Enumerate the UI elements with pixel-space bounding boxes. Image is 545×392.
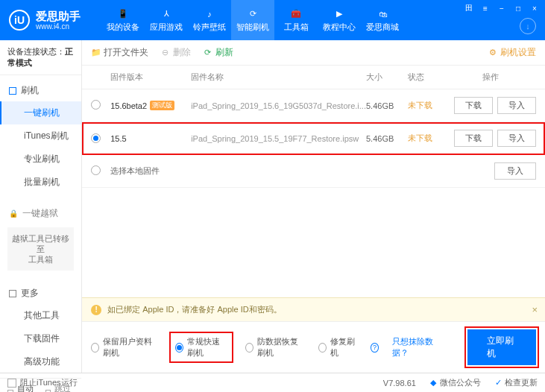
brand-name: 爱思助手 xyxy=(36,10,81,22)
group-more[interactable]: 更多 xyxy=(0,282,81,304)
radio[interactable] xyxy=(91,133,101,143)
delete-icon: ⊖ xyxy=(160,48,170,57)
import-button[interactable]: 导入 xyxy=(497,97,536,114)
wechat-link[interactable]: ◆ 微信公众号 xyxy=(429,377,481,388)
nav-flash[interactable]: ⟳智能刷机 xyxy=(231,0,274,40)
toolbox-icon: 🧰 xyxy=(290,8,302,20)
nav-label: 工具箱 xyxy=(284,22,309,33)
content: 📁打开文件夹 ⊖删除 ⟳刷新 ⚙刷机设置 固件版本 固件名称 大小 状态 操作 … xyxy=(82,40,545,373)
nav-label: 智能刷机 xyxy=(236,22,269,33)
help-icon[interactable]: ? xyxy=(371,343,379,353)
th-action: 操作 xyxy=(445,72,536,83)
row-size: 5.46GB xyxy=(366,134,408,143)
titlebar: iU 爱思助手 www.i4.cn 📱我的设备 ⅄应用游戏 ♪铃声壁纸 ⟳智能刷… xyxy=(0,0,545,40)
radio[interactable] xyxy=(91,100,101,110)
download-button[interactable]: 下载 xyxy=(454,97,493,114)
sidebar-item-download[interactable]: 下载固件 xyxy=(0,327,81,350)
opt-antirecover[interactable]: 防数据恢复刷机 xyxy=(245,336,305,358)
logo: iU 爱思助手 www.i4.cn xyxy=(9,10,81,31)
open-folder-button[interactable]: 📁打开文件夹 xyxy=(91,46,148,59)
nav-tutorial[interactable]: ▶教程中心 xyxy=(318,0,361,40)
th-name: 固件名称 xyxy=(191,72,366,83)
sidebar-item-batch[interactable]: 批量刷机 xyxy=(0,171,81,194)
opt-label: 保留用户资料刷机 xyxy=(103,336,157,358)
opt-normal-flash[interactable]: 常规快速刷机 xyxy=(171,333,232,361)
group-flash[interactable]: 刷机 xyxy=(0,80,81,101)
refresh-button[interactable]: ⟳刷新 xyxy=(203,46,233,59)
erase-link[interactable]: 只想抹除数据？ xyxy=(392,336,441,358)
folder-icon: 📁 xyxy=(91,48,101,57)
check-update-link[interactable]: ✓ 检查更新 xyxy=(494,377,538,388)
tool-label: 刷新 xyxy=(215,46,233,59)
brand-sub: www.i4.cn xyxy=(36,22,81,31)
flash-settings-button[interactable]: ⚙刷机设置 xyxy=(488,46,536,59)
flash-now-button[interactable]: 立即刷机 xyxy=(467,329,536,365)
tool-label: 刷机设置 xyxy=(500,46,536,59)
nav-toolbox[interactable]: 🧰工具箱 xyxy=(274,0,318,40)
download-manager-icon[interactable]: ↓ xyxy=(520,18,536,34)
info-icon: ! xyxy=(91,305,101,315)
sidebar-item-oneclick[interactable]: 一键刷机 xyxy=(0,101,81,124)
flash-icon: ⟳ xyxy=(247,8,259,20)
import-button[interactable]: 导入 xyxy=(497,130,536,147)
close-icon[interactable]: × xyxy=(529,3,541,13)
radio[interactable] xyxy=(91,165,101,175)
row-status: 未下载 xyxy=(408,100,445,111)
download-button[interactable]: 下载 xyxy=(454,130,493,147)
shop-icon: 🛍 xyxy=(377,8,388,20)
group-jailbreak[interactable]: 🔒一键越狱 xyxy=(0,203,81,224)
update-icon: ✓ xyxy=(494,379,503,387)
top-nav: 📱我的设备 ⅄应用游戏 ♪铃声壁纸 ⟳智能刷机 🧰工具箱 ▶教程中心 🛍爱思商城 xyxy=(101,0,404,40)
nav-shop[interactable]: 🛍爱思商城 xyxy=(361,0,404,40)
th-version: 固件版本 xyxy=(110,72,191,83)
opt-repair[interactable]: 修复刷机 xyxy=(318,336,357,358)
block-itunes-checkbox[interactable]: 阻止iTunes运行 xyxy=(7,377,78,388)
row-version: 15.6beta2 xyxy=(110,101,147,110)
row-filename: iPad_Spring_2019_15.5_19F77_Restore.ipsw xyxy=(191,134,366,143)
skin-icon[interactable]: 田 xyxy=(463,3,475,13)
alert-text: 如已绑定 Apple ID，请准备好 Apple ID和密码。 xyxy=(107,304,282,315)
row-version: 15.5 xyxy=(110,134,126,143)
logo-icon: iU xyxy=(9,10,30,31)
import-local-button[interactable]: 导入 xyxy=(494,162,536,180)
refresh-icon: ⟳ xyxy=(203,48,212,57)
flash-options: 保留用户资料刷机 常规快速刷机 防数据恢复刷机 修复刷机 ? 只想抹除数据？ 立… xyxy=(82,321,545,373)
sidebar-item-other[interactable]: 其他工具 xyxy=(0,304,81,327)
appleid-alert: ! 如已绑定 Apple ID，请准备好 Apple ID和密码。 × xyxy=(82,297,545,321)
music-icon: ♪ xyxy=(204,8,215,20)
toolbar: 📁打开文件夹 ⊖删除 ⟳刷新 ⚙刷机设置 xyxy=(82,40,545,66)
local-firmware-row[interactable]: 选择本地固件 导入 xyxy=(82,155,545,188)
update-label: 检查更新 xyxy=(505,378,538,387)
nav-label: 我的设备 xyxy=(107,22,139,33)
window-controls: 田 ≡ − □ × xyxy=(463,3,541,13)
nav-ringtone[interactable]: ♪铃声壁纸 xyxy=(188,0,231,40)
group-label: 刷机 xyxy=(21,84,39,97)
nav-my-device[interactable]: 📱我的设备 xyxy=(101,0,145,40)
firmware-row-selected[interactable]: 15.5 iPad_Spring_2019_15.5_19F77_Restore… xyxy=(82,122,545,155)
minimize-icon[interactable]: − xyxy=(496,3,508,13)
delete-button[interactable]: ⊖删除 xyxy=(160,46,191,59)
maximize-icon[interactable]: □ xyxy=(512,3,524,13)
apps-icon: ⅄ xyxy=(160,8,172,20)
th-size: 大小 xyxy=(366,72,408,83)
statusbar: 阻止iTunes运行 V7.98.61 ◆ 微信公众号 ✓ 检查更新 xyxy=(0,373,545,392)
checkbox-label: 阻止iTunes运行 xyxy=(20,377,78,388)
opt-keep-data[interactable]: 保留用户资料刷机 xyxy=(91,336,157,358)
row-size: 5.46GB xyxy=(366,101,408,110)
nav-apps[interactable]: ⅄应用游戏 xyxy=(145,0,188,40)
wechat-label: 微信公众号 xyxy=(440,378,481,387)
sidebar: 设备连接状态：正常模式 刷机 一键刷机 iTunes刷机 专业刷机 批量刷机 🔒… xyxy=(0,40,82,373)
sidebar-item-pro[interactable]: 专业刷机 xyxy=(0,148,81,171)
connection-status: 设备连接状态：正常模式 xyxy=(0,40,81,75)
nav-label: 教程中心 xyxy=(323,22,356,33)
nav-label: 铃声壁纸 xyxy=(193,22,226,33)
menu-icon[interactable]: ≡ xyxy=(479,3,491,13)
sidebar-item-itunes[interactable]: iTunes刷机 xyxy=(0,124,81,148)
group-label: 一键越狱 xyxy=(22,207,58,220)
group-label: 更多 xyxy=(21,287,39,300)
firmware-row[interactable]: 15.6beta2测试版 iPad_Spring_2019_15.6_19G50… xyxy=(82,89,545,122)
sidebar-item-advanced[interactable]: 高级功能 xyxy=(0,350,81,373)
nav-label: 爱思商城 xyxy=(366,22,399,33)
wechat-icon: ◆ xyxy=(429,379,438,387)
alert-close-icon[interactable]: × xyxy=(532,304,538,315)
